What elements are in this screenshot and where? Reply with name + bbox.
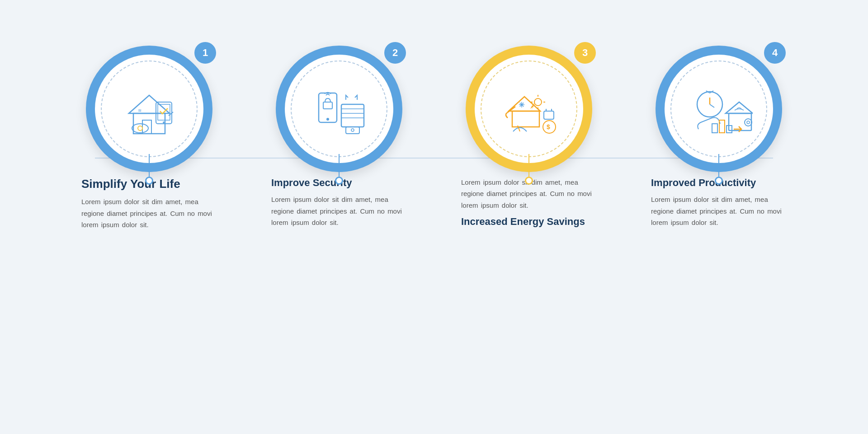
svg-rect-17 (346, 127, 359, 134)
text-item-4: Improved Productivity Lorem ipsum dolor … (651, 177, 787, 233)
svg-text:✳: ✳ (519, 101, 525, 109)
svg-point-6 (163, 121, 165, 123)
svg-rect-1 (133, 113, 165, 134)
title-3: Increased Energy Savings (461, 215, 597, 229)
circle-2: 2 (276, 46, 402, 172)
dot-3 (525, 177, 533, 185)
dot-4 (715, 177, 723, 185)
svg-rect-4 (156, 102, 172, 124)
circle-inner-1: ≋ (95, 55, 203, 163)
dot-1 (145, 177, 153, 185)
connector-2 (271, 154, 407, 185)
circle-inner-2 (285, 55, 393, 163)
svg-marker-19 (509, 97, 540, 111)
svg-rect-43 (726, 126, 732, 133)
text-item-2: Improve Security Lorem ipsum dolor sit d… (271, 177, 407, 233)
icon-3: ✳ $ (495, 75, 563, 143)
svg-point-11 (326, 118, 329, 121)
svg-line-7 (169, 112, 173, 116)
svg-rect-10 (319, 93, 337, 122)
desc-4: Lorem ipsum dolor sit dim amet, mea regi… (651, 194, 787, 229)
svg-rect-2 (142, 120, 151, 134)
svg-rect-40 (729, 113, 751, 131)
svg-point-31 (543, 121, 556, 133)
icon-2 (305, 75, 373, 143)
vert-line-3 (528, 154, 529, 177)
badge-1: 1 (194, 42, 216, 64)
svg-point-45 (745, 119, 752, 126)
badge-4: 4 (764, 42, 786, 64)
svg-text:$: $ (547, 123, 550, 131)
connector-1 (81, 154, 217, 185)
circle-4: 4 (656, 46, 782, 172)
svg-rect-20 (512, 111, 539, 127)
svg-marker-39 (726, 102, 753, 113)
item-1-circle-container: 1 ≋ (81, 32, 217, 172)
svg-line-36 (710, 104, 714, 107)
svg-marker-0 (129, 95, 170, 113)
svg-point-46 (747, 121, 750, 124)
connector-3 (461, 154, 597, 185)
vert-line-1 (149, 154, 150, 177)
svg-point-34 (697, 92, 722, 117)
svg-rect-42 (719, 120, 725, 133)
svg-rect-12 (323, 102, 332, 109)
svg-point-22 (534, 98, 542, 106)
connector-4 (651, 154, 787, 185)
infographic: 1 ≋ (27, 23, 841, 411)
icon-1: ≋ (115, 75, 183, 143)
circle-inner-4 (665, 55, 773, 163)
svg-point-8 (132, 124, 148, 133)
icon-4 (685, 75, 753, 143)
circle-3: 3 ✳ (466, 46, 592, 172)
svg-text:≋: ≋ (138, 108, 142, 113)
svg-marker-27 (530, 102, 535, 111)
item-4-circle-container: 4 (651, 32, 787, 172)
vert-line-2 (339, 154, 340, 177)
item-3-circle-container: 3 ✳ (461, 32, 597, 172)
text-zone: Simplify Your Life Lorem ipsum dolor sit… (27, 177, 841, 233)
dot-2 (335, 177, 343, 185)
vert-line-4 (718, 154, 719, 177)
svg-rect-5 (158, 104, 170, 120)
svg-rect-13 (341, 104, 364, 127)
circle-zone: 1 ≋ (27, 32, 841, 172)
circle-1: 1 ≋ (86, 46, 212, 172)
svg-rect-28 (544, 111, 554, 119)
badge-2: 2 (384, 42, 406, 64)
text-item-1: Simplify Your Life Lorem ipsum dolor sit… (81, 177, 217, 233)
svg-rect-41 (712, 124, 717, 133)
svg-line-38 (710, 91, 713, 93)
svg-line-37 (706, 91, 710, 93)
svg-point-9 (138, 126, 142, 131)
desc-2: Lorem ipsum dolor sit dim amet, mea regi… (271, 194, 407, 229)
badge-3: 3 (574, 42, 596, 64)
item-2-circle-container: 2 (271, 32, 407, 172)
text-item-3: Lorem ipsum dolor sit dim amet, mea regi… (461, 177, 597, 233)
desc-1: Lorem ipsum dolor sit dim amet, mea regi… (81, 196, 217, 231)
svg-line-33 (518, 126, 520, 131)
svg-point-18 (351, 129, 354, 131)
dot-zone (27, 154, 841, 185)
circle-inner-3: ✳ $ (475, 55, 583, 163)
